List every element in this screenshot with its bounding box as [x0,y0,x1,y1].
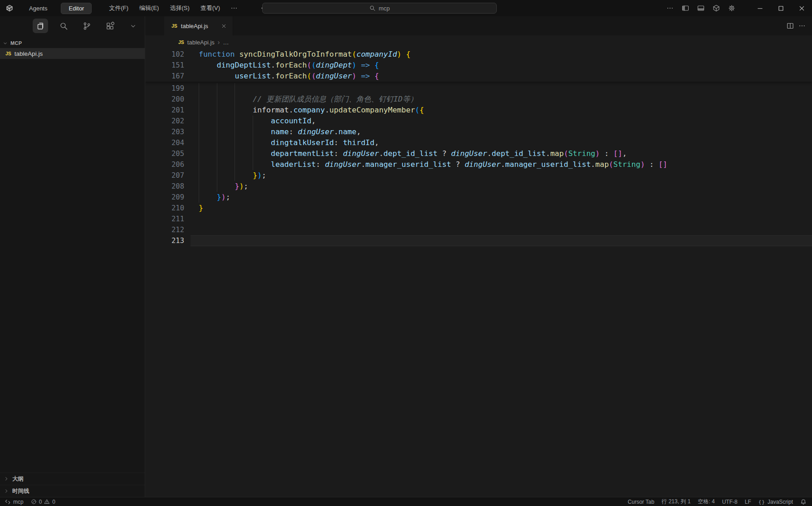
file-name: tableApi.js [15,50,43,57]
status-item--213-1[interactable]: 行 213, 列 1 [661,498,690,506]
status-right: Cursor Tab行 213, 列 1空格: 4UTF-8LF{}JavaSc… [628,498,812,506]
menu-item-3[interactable]: 编辑(E) [134,2,164,14]
menu-item-0[interactable]: Agents [24,3,53,14]
code-line-167[interactable]: 167 userList.forEach((dingUser) => { [145,71,812,82]
split-editor-icon[interactable] [787,22,794,29]
activity-chevron-down-icon[interactable] [125,19,141,33]
line-number[interactable]: 207 [145,170,191,181]
sidebar-bottom-sections: 大纲时间线 [0,472,145,497]
code-area[interactable]: 102function syncDingTalkOrgToInformat(co… [145,49,812,497]
menubar: AgentsEditor文件(F)编辑(E)选择(S)查看(V) [24,2,225,14]
code-line-200[interactable]: 200 // 更新团队成员信息（部门、角色、钉钉ID等） [145,94,812,105]
remote-icon [5,499,11,505]
line-content: }); [191,181,812,192]
line-number[interactable]: 199 [145,83,191,94]
code-line-208[interactable]: 208 }); [145,181,812,192]
line-number[interactable]: 212 [145,224,191,235]
activity-source-control-icon[interactable] [79,19,94,33]
chevron-right-icon [4,488,9,494]
activity-search-icon[interactable] [56,19,71,33]
editor-actions [787,16,812,35]
bell-icon [800,499,807,505]
status-item-cursor-tab[interactable]: Cursor Tab [628,499,654,505]
status-item-bell[interactable] [800,499,807,505]
status-item-javascript[interactable]: {}JavaScript [758,499,793,505]
code-body: 199200 // 更新团队成员信息（部门、角色、钉钉ID等）201 infor… [145,82,812,246]
explorer-section-header[interactable]: MCP [0,38,145,48]
code-line-212[interactable]: 212 [145,224,812,235]
status-item-utf-8[interactable]: UTF-8 [722,499,738,505]
sidebar-section-大纲[interactable]: 大纲 [0,472,145,485]
menu-item-2[interactable]: 文件(F) [103,2,134,14]
cursor-cube-icon[interactable] [710,2,722,14]
code-line-207[interactable]: 207 }); [145,170,812,181]
activity-extensions-icon[interactable] [102,19,117,33]
breadcrumb-file[interactable]: tableApi.js [187,39,215,46]
line-number[interactable]: 209 [145,192,191,203]
menu-item-5[interactable]: 查看(V) [195,2,225,14]
close-icon[interactable] [219,21,228,30]
line-number[interactable]: 205 [145,148,191,159]
menu-overflow-icon[interactable] [228,2,240,14]
line-number[interactable]: 210 [145,203,191,214]
activity-explorer-icon[interactable] [33,19,48,33]
section-label: 大纲 [12,475,24,483]
explorer-section-label: MCP [10,40,22,46]
problems-indicator[interactable]: 0 0 [31,499,55,505]
window-close-button[interactable] [791,0,812,16]
code-line-199[interactable]: 199 [145,83,812,94]
line-number[interactable]: 102 [145,49,191,60]
line-number[interactable]: 213 [145,235,191,246]
line-number[interactable]: 204 [145,137,191,148]
command-center-search[interactable]: mcp [262,3,497,14]
code-line-203[interactable]: 203 name: dingUser.name, [145,126,812,137]
sidebar-section-时间线[interactable]: 时间线 [0,485,145,497]
titlebar-left: AgentsEditor文件(F)编辑(E)选择(S)查看(V) [0,2,284,14]
line-number[interactable]: 151 [145,60,191,71]
line-number[interactable]: 206 [145,159,191,170]
line-number[interactable]: 202 [145,116,191,126]
line-number[interactable]: 203 [145,126,191,137]
breadcrumb-symbol[interactable]: … [223,39,229,46]
code-line-205[interactable]: 205 departmentList: dingUser.dept_id_lis… [145,148,812,159]
code-line-209[interactable]: 209 }); [145,192,812,203]
layout-panel-icon[interactable] [695,2,707,14]
menu-item-4[interactable]: 选择(S) [164,2,195,14]
status-item-lf[interactable]: LF [745,499,751,505]
warning-count: 0 [52,499,55,505]
tab-tableapi[interactable]: JS tableApi.js [164,16,233,35]
code-line-102[interactable]: 102function syncDingTalkOrgToInformat(co… [145,49,812,60]
line-number[interactable]: 200 [145,94,191,105]
line-content: accountId, [191,116,812,126]
line-content: dingtalkUserId: thirdId, [191,137,812,148]
line-content: informat.company.updateCompanyMember({ [191,105,812,116]
menu-item-1[interactable]: Editor [61,3,92,14]
line-number[interactable]: 201 [145,105,191,116]
code-line-210[interactable]: 210} [145,203,812,214]
code-line-202[interactable]: 202 accountId, [145,116,812,126]
ellipsis-icon[interactable] [664,2,676,14]
tab-label: tableApi.js [181,23,208,29]
line-number[interactable]: 208 [145,181,191,192]
js-file-icon: JS [5,51,11,56]
status-item--4[interactable]: 空格: 4 [698,498,714,506]
code-line-201[interactable]: 201 informat.company.updateCompanyMember… [145,105,812,116]
settings-gear-icon[interactable] [726,2,738,14]
code-line-213[interactable]: 213 [145,235,812,246]
window-maximize-button[interactable] [770,0,791,16]
line-content: dingDeptList.forEach((dingDept) => { [191,60,812,71]
line-content [191,235,812,246]
code-line-151[interactable]: 151 dingDeptList.forEach((dingDept) => { [145,60,812,71]
remote-indicator[interactable]: mcp [5,499,24,505]
file-item-tableApi.js[interactable]: JStableApi.js [0,48,145,59]
explorer-file-list: JStableApi.js [0,48,145,59]
ellipsis-icon[interactable] [798,22,806,29]
line-number[interactable]: 167 [145,71,191,82]
line-number[interactable]: 211 [145,214,191,224]
code-line-206[interactable]: 206 leaderList: dingUser.manager_userid_… [145,159,812,170]
code-line-204[interactable]: 204 dingtalkUserId: thirdId, [145,137,812,148]
code-line-211[interactable]: 211 [145,214,812,224]
titlebar-action-icons [664,2,738,14]
layout-sidebar-icon[interactable] [680,2,691,14]
window-minimize-button[interactable] [749,0,770,16]
